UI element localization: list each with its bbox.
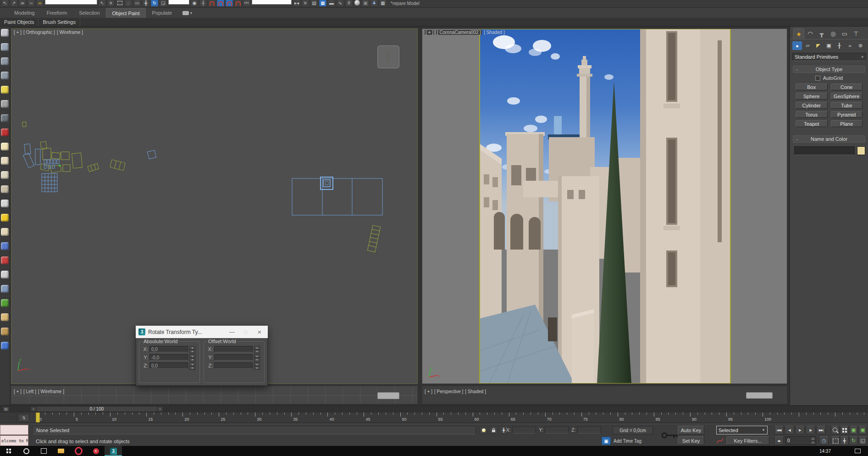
object-type-button[interactable]: Cone: [831, 83, 863, 90]
maximize-viewport-toggle-icon[interactable]: ◱: [858, 436, 867, 445]
storm-cloud-icon[interactable]: [1, 285, 9, 293]
maxscript-listener-line2[interactable]: elcome to M: [0, 435, 28, 446]
terrain-icon[interactable]: [1, 200, 9, 207]
viewport-view-label[interactable]: [ CoronaCamera002 ]: [436, 30, 482, 35]
wire-teapot-icon[interactable]: [1, 185, 9, 193]
select-child-icon[interactable]: ↖: [1, 0, 9, 6]
video-camera-icon[interactable]: [1, 128, 9, 136]
create-tab[interactable]: ★: [793, 28, 804, 39]
foliage-icon[interactable]: [1, 299, 9, 307]
notification-center-icon[interactable]: [855, 449, 861, 453]
task-view-button[interactable]: [35, 446, 52, 456]
scatter-points-icon[interactable]: [1, 242, 9, 250]
value-field[interactable]: 0,0: [149, 362, 188, 369]
next-frame-button[interactable]: |▶: [806, 426, 815, 434]
time-slider-value[interactable]: 0 / 100: [37, 406, 157, 412]
viewport-window-icon[interactable]: [1, 43, 9, 51]
minimize-button[interactable]: —: [227, 329, 238, 335]
object-type-button[interactable]: Cylinder: [796, 102, 828, 109]
viewport-menu-plus[interactable]: [ + ]: [425, 30, 434, 35]
object-type-rollout-header[interactable]: - Object Type: [793, 66, 865, 73]
frame-spinner[interactable]: ▲▼: [810, 437, 816, 445]
search-button[interactable]: [17, 446, 35, 456]
light-bulb-icon[interactable]: [1, 86, 9, 94]
opera-browser-button[interactable]: [70, 446, 87, 456]
ribbon-tab[interactable]: Object Paint: [106, 8, 146, 18]
set-key-button[interactable]: Set Key: [678, 436, 704, 445]
object-type-button[interactable]: Sphere: [796, 93, 828, 100]
rendered-frame-window-icon[interactable]: ▦: [379, 0, 387, 6]
value-field[interactable]: [214, 346, 253, 352]
shaded-sphere-icon[interactable]: [1, 114, 9, 122]
start-button[interactable]: [0, 446, 17, 456]
object-type-button[interactable]: Plane: [831, 120, 863, 127]
viewport-shading-label[interactable]: [ Wireframe ]: [38, 389, 64, 394]
render-setup-icon[interactable]: ▣: [362, 0, 369, 6]
play-button[interactable]: ▶: [795, 426, 805, 434]
select-parent-icon[interactable]: ↗: [10, 0, 17, 6]
ribbon-subtab[interactable]: Brush Settings: [39, 18, 80, 26]
select-and-manipulate-icon[interactable]: ╋: [199, 0, 207, 6]
window-crossing-icon[interactable]: ▭: [133, 0, 141, 6]
viewport-view-label[interactable]: [ Orthographic ]: [23, 30, 55, 35]
ribbon-tab[interactable]: Modeling: [8, 8, 41, 18]
basket-icon[interactable]: [1, 328, 9, 335]
region-zoom-icon[interactable]: [831, 436, 840, 445]
modify-tab[interactable]: ◠: [805, 28, 816, 39]
close-button[interactable]: ×: [254, 328, 265, 336]
dialog-titlebar[interactable]: 3 Rotate Transform Ty... — □ ×: [136, 326, 268, 338]
coord-field[interactable]: [545, 426, 569, 434]
object-type-button[interactable]: Tube: [831, 102, 863, 109]
3ds-max-taskbar-button[interactable]: [105, 446, 122, 456]
zoom-extents-selected-icon[interactable]: ▣: [849, 426, 858, 434]
geometry-category-icon[interactable]: ●: [792, 41, 802, 50]
current-frame-marker[interactable]: [36, 412, 40, 423]
auto-key-button[interactable]: Auto Key: [678, 426, 704, 434]
viewport-menu-plus[interactable]: [ + ]: [425, 389, 432, 394]
value-field[interactable]: [214, 354, 253, 361]
object-type-button[interactable]: Teapot: [796, 120, 828, 127]
snaps-toggle-icon[interactable]: [208, 0, 216, 6]
ribbon-tab[interactable]: Freeform: [41, 8, 73, 18]
bind-to-space-warp-icon[interactable]: ∞: [36, 0, 44, 6]
object-color-swatch[interactable]: [857, 146, 865, 155]
maxscript-listener-line1[interactable]: [0, 425, 28, 435]
select-and-move-icon[interactable]: ╋: [142, 0, 149, 6]
viewport-shading-label[interactable]: [ Shaded ]: [484, 30, 505, 35]
cameras-category-icon[interactable]: ▣: [824, 41, 834, 50]
go-to-end-button[interactable]: ▶▶|: [816, 426, 826, 434]
mirror-icon[interactable]: ▸◂: [293, 0, 300, 6]
select-and-link-icon[interactable]: ∞: [19, 0, 26, 6]
taskbar-clock[interactable]: 14:37: [819, 449, 831, 454]
current-frame-field[interactable]: 0 ▲▼: [785, 436, 816, 445]
grid-panel-a-icon[interactable]: [1, 57, 9, 65]
edit-named-selection-sets-icon[interactable]: ABC: [243, 0, 250, 6]
mini-trackbar-icon[interactable]: ⇅: [18, 414, 29, 422]
time-slider[interactable]: < 0 / 100 >: [30, 406, 163, 412]
layer-manager-icon[interactable]: ▤: [310, 0, 318, 6]
object-name-field[interactable]: [794, 146, 855, 155]
zoom-icon[interactable]: [831, 426, 840, 434]
isolate-toggle-icon[interactable]: ▣: [602, 437, 611, 445]
orbit-icon[interactable]: ↻: [849, 436, 858, 445]
percent-snap-toggle-icon[interactable]: [234, 0, 242, 6]
timeline-panel-icon[interactable]: ▤: [2, 406, 10, 412]
lasso-selection-region-icon[interactable]: ◌: [125, 0, 132, 6]
camera-audio-icon[interactable]: [1, 100, 9, 108]
viewport-shading-label[interactable]: [ Shaded ]: [465, 389, 486, 394]
coord-field[interactable]: [577, 426, 601, 434]
viewport-left[interactable]: [ + ] [ Left ] [ Wireframe ]: [11, 386, 418, 404]
scene-explorer-toggle-icon[interactable]: ▦: [319, 0, 326, 6]
unlink-selection-icon[interactable]: ∞: [28, 0, 35, 6]
viewport-view-label[interactable]: [ Perspective ]: [434, 389, 463, 394]
zoom-all-icon[interactable]: [840, 426, 849, 434]
populate-people-icon[interactable]: ♟: [370, 0, 378, 6]
cream-sphere-icon[interactable]: [1, 228, 9, 236]
primitives-category-dropdown[interactable]: Standard Primitives ▾: [792, 53, 866, 61]
object-type-button[interactable]: Box: [796, 83, 828, 90]
track-bar[interactable]: ⇅ 05101520253035404550556065707580859095…: [0, 412, 868, 423]
viewport-menu-plus[interactable]: [ + ]: [14, 389, 22, 394]
render-teapot-icon[interactable]: [1, 29, 9, 37]
selection-lock-icon[interactable]: [490, 426, 498, 434]
select-by-name-icon[interactable]: ≡: [107, 0, 115, 6]
